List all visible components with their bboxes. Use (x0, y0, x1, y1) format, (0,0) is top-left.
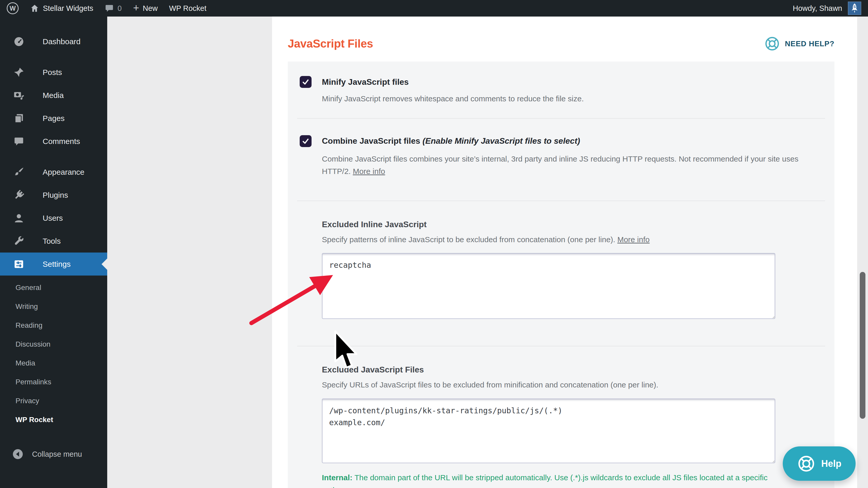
sidebar-item-label: Dashboard (43, 37, 81, 46)
user-icon (11, 212, 26, 224)
site-menu[interactable]: Stellar Widgets (30, 4, 93, 13)
site-name: Stellar Widgets (43, 4, 93, 13)
sidebar-item-comments[interactable]: Comments (0, 130, 107, 153)
sidebar-item-label: Appearance (43, 168, 85, 176)
settings-submenu: General Writing Reading Discussion Media… (0, 276, 107, 433)
submenu-item-wp-rocket[interactable]: WP Rocket (0, 410, 107, 429)
plugin-icon (11, 190, 26, 201)
collapse-menu-label: Collapse menu (32, 450, 82, 459)
collapse-arrow-icon (12, 448, 24, 460)
plus-icon: + (133, 3, 139, 13)
lifebuoy-icon (764, 36, 780, 52)
sidebar-item-label: Media (43, 91, 64, 100)
excluded-inline-js-textarea[interactable]: recaptcha (322, 253, 775, 319)
scrollbar-thumb[interactable] (860, 272, 865, 419)
combine-js-section: Combine JavaScript files (Enable Minify … (288, 119, 834, 201)
avatar[interactable]: S (848, 2, 861, 15)
sidebar-item-label: Pages (43, 114, 65, 123)
brush-icon (11, 167, 26, 178)
excluded-js-files-description: Specify URLs of JavaScript files to be e… (322, 379, 823, 391)
media-icon (11, 90, 26, 101)
help-button[interactable]: Help (783, 447, 856, 481)
scrollbar-track[interactable] (857, 17, 868, 488)
combine-js-label: Combine JavaScript files (322, 136, 420, 145)
admin-sidebar: Dashboard Posts Media Pages Comments (0, 17, 107, 488)
sidebar-item-appearance[interactable]: Appearance (0, 161, 107, 183)
sidebar-item-label: Users (43, 214, 63, 223)
settings-card: Minify JavaScript files Minify JavaScrip… (288, 61, 834, 488)
page-title: JavaScript Files (288, 37, 373, 50)
sidebar-item-plugins[interactable]: Plugins (0, 183, 107, 206)
submenu-item-permalinks[interactable]: Permalinks (0, 372, 107, 391)
excluded-js-files-section: Excluded JavaScript Files Specify URLs o… (288, 346, 834, 488)
comment-bubble-icon (104, 4, 114, 13)
sidebar-item-tools[interactable]: Tools (0, 230, 107, 253)
internal-note-text: The domain part of the URL will be strip… (322, 473, 768, 488)
sidebar-item-pages[interactable]: Pages (0, 107, 107, 130)
minify-js-section: Minify JavaScript files Minify JavaScrip… (288, 61, 834, 118)
minify-js-label: Minify JavaScript files (322, 77, 409, 87)
collapse-menu-button[interactable]: Collapse menu (0, 445, 107, 463)
rocket-avatar-icon: S (849, 3, 860, 14)
sidebar-item-label: Tools (43, 237, 61, 246)
sidebar-item-users[interactable]: Users (0, 206, 107, 230)
sidebar-item-label: Plugins (43, 191, 68, 200)
sidebar-item-media[interactable]: Media (0, 84, 107, 107)
minify-js-checkbox[interactable] (300, 76, 312, 88)
howdy-text[interactable]: Howdy, Shawn (793, 4, 842, 13)
checkmark-icon (302, 137, 310, 145)
submenu-item-reading[interactable]: Reading (0, 316, 107, 335)
submenu-item-writing[interactable]: Writing (0, 297, 107, 316)
wordpress-logo-icon: W (7, 2, 19, 14)
excluded-js-files-label: Excluded JavaScript Files (322, 365, 823, 375)
home-icon (30, 4, 39, 13)
pages-icon (11, 113, 26, 124)
internal-note-prefix: Internal: (322, 473, 352, 482)
wp-rocket-toolbar-menu[interactable]: WP Rocket (169, 4, 207, 13)
excluded-js-files-textarea[interactable]: /wp-content/plugins/kk-star-ratings/publ… (322, 399, 775, 463)
sidebar-item-settings[interactable]: Settings (0, 253, 107, 276)
settings-content: JavaScript Files NEED HELP? Minify JavaS… (272, 17, 857, 488)
sidebar-item-label: Posts (43, 68, 62, 77)
combine-js-checkbox[interactable] (300, 135, 312, 147)
admin-comments[interactable]: 0 (104, 4, 122, 13)
settings-sliders-icon (11, 258, 26, 270)
new-content-menu[interactable]: + New (133, 4, 158, 13)
combine-more-info-link[interactable]: More info (353, 167, 385, 175)
comments-count: 0 (118, 4, 122, 13)
pushpin-icon (11, 67, 26, 78)
submenu-item-privacy[interactable]: Privacy (0, 391, 107, 410)
submenu-item-general[interactable]: General (0, 278, 107, 297)
dashboard-icon (11, 36, 26, 48)
wrench-icon (11, 235, 26, 247)
excluded-inline-js-description: Specify patterns of inline JavaScript to… (322, 235, 615, 244)
sidebar-item-label: Comments (43, 137, 80, 146)
checkmark-icon (302, 78, 310, 86)
help-button-label: Help (821, 458, 841, 469)
minify-js-description: Minify JavaScript removes whitespace and… (322, 92, 823, 105)
sidebar-item-posts[interactable]: Posts (0, 61, 107, 84)
combine-js-description: Combine JavaScript files combines your s… (322, 154, 799, 176)
excluded-inline-js-section: Excluded Inline JavaScript Specify patte… (288, 201, 834, 346)
lifebuoy-icon (797, 454, 815, 473)
combine-js-hint: (Enable Minify JavaScript files to selec… (423, 136, 580, 145)
comments-icon (11, 136, 26, 147)
sidebar-item-dashboard[interactable]: Dashboard (0, 30, 107, 53)
need-help-link[interactable]: NEED HELP? (764, 36, 834, 52)
sidebar-item-label: Settings (43, 260, 70, 268)
submenu-item-discussion[interactable]: Discussion (0, 335, 107, 353)
excluded-inline-more-info-link[interactable]: More info (617, 235, 650, 244)
svg-text:S: S (853, 5, 856, 9)
new-label: New (143, 4, 158, 13)
wordpress-menu[interactable]: W (7, 2, 19, 14)
submenu-item-media[interactable]: Media (0, 353, 107, 372)
secondary-column (107, 17, 272, 488)
excluded-inline-js-label: Excluded Inline JavaScript (322, 220, 823, 229)
internal-note: Internal: The domain part of the URL wil… (322, 471, 784, 488)
need-help-label: NEED HELP? (785, 39, 834, 48)
admin-bar: W Stellar Widgets 0 + New WP Rocket Howd… (0, 0, 868, 17)
